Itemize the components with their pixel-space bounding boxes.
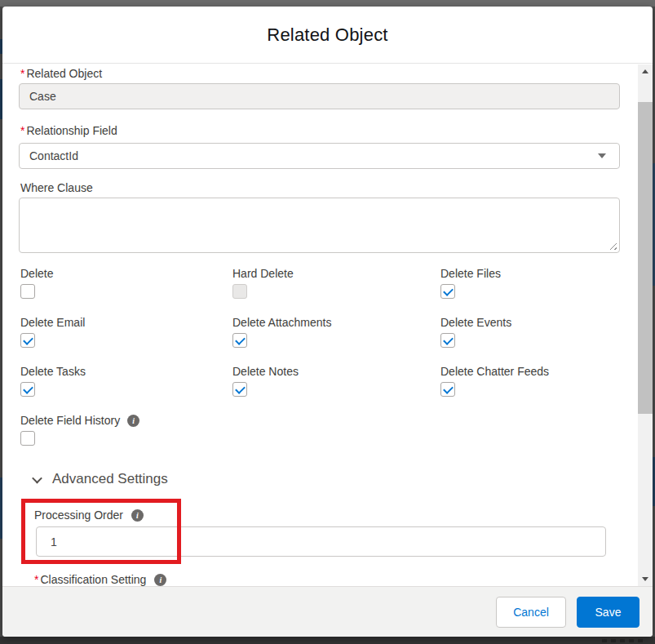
info-icon[interactable]: i — [127, 415, 139, 427]
checkbox-label: Delete Email — [20, 316, 85, 329]
advanced-settings-label: Advanced Settings — [52, 471, 168, 487]
info-icon[interactable]: i — [154, 574, 166, 586]
vertical-scrollbar[interactable] — [638, 64, 653, 586]
where-clause-label: Where Clause — [20, 181, 93, 194]
scroll-up-icon — [642, 69, 648, 73]
checkbox-label: Delete — [20, 267, 53, 280]
relationship-field-label: *Relationship Field — [20, 124, 117, 137]
checkbox-field-delete-events: Delete Events — [440, 316, 511, 329]
checkbox-field-delete-email: Delete Email — [20, 316, 85, 329]
checkbox-label: Delete Tasks — [20, 365, 86, 378]
checkbox-field-delete-attachments: Delete Attachments — [232, 316, 331, 329]
checkbox-field-hard-delete: Hard Delete — [232, 267, 294, 280]
advanced-settings-toggle[interactable]: Advanced Settings — [33, 471, 168, 487]
related-object-modal: Related Object *Related Object Case *Rel… — [2, 7, 653, 637]
processing-order-label: Processing Order i — [34, 509, 144, 522]
modal-body: *Related Object Case *Relationship Field… — [2, 64, 653, 586]
modal-footer: Cancel Save — [2, 586, 653, 637]
resize-grip-icon[interactable] — [609, 242, 617, 250]
relationship-field-value: ContactId — [29, 149, 78, 162]
checkbox-label: Delete Events — [440, 316, 511, 329]
chevron-down-icon — [32, 473, 42, 483]
delete-field-history-checkbox[interactable] — [20, 431, 35, 446]
checkbox-field-delete-tasks: Delete Tasks — [20, 365, 86, 378]
scrollbar-thumb[interactable] — [638, 102, 653, 414]
required-asterisk: * — [20, 124, 24, 137]
save-button[interactable]: Save — [577, 597, 640, 628]
related-object-label: *Related Object — [20, 67, 102, 80]
delete-email-checkbox[interactable] — [20, 333, 35, 348]
checkbox-field-delete-chatter-feeds: Delete Chatter Feeds — [440, 365, 549, 378]
delete-checkbox[interactable] — [20, 284, 35, 299]
checkbox-label: Delete Chatter Feeds — [440, 365, 549, 378]
scroll-down-icon — [642, 577, 648, 581]
processing-order-value: 1 — [51, 535, 57, 549]
checkbox-field-delete-notes: Delete Notes — [232, 365, 299, 378]
required-asterisk: * — [34, 573, 38, 586]
delete-notes-checkbox[interactable] — [232, 382, 247, 397]
checkbox-field-delete-field-history: Delete Field History i — [20, 414, 139, 427]
checkbox-label: Delete Field History i — [20, 414, 139, 427]
delete-events-checkbox[interactable] — [440, 333, 455, 348]
required-asterisk: * — [20, 67, 24, 80]
classification-setting-label: *Classification Setting i — [34, 573, 166, 586]
checkbox-label: Delete Notes — [232, 365, 299, 378]
delete-files-checkbox[interactable] — [440, 284, 455, 299]
scroll-down-button[interactable] — [638, 572, 653, 586]
info-icon[interactable]: i — [131, 509, 144, 522]
checkbox-label: Delete Files — [440, 267, 501, 280]
cancel-button[interactable]: Cancel — [496, 597, 566, 628]
hard-delete-checkbox — [232, 284, 247, 299]
checkbox-label: Delete Attachments — [232, 316, 331, 329]
checkbox-label: Hard Delete — [232, 267, 294, 280]
scroll-up-button[interactable] — [638, 64, 653, 78]
backdrop-artifact — [602, 639, 646, 642]
chevron-down-icon — [598, 153, 606, 158]
modal-title: Related Object — [267, 24, 387, 46]
backdrop-top — [0, 0, 655, 7]
processing-order-input[interactable]: 1 — [36, 526, 606, 557]
delete-attachments-checkbox[interactable] — [232, 333, 247, 348]
backdrop-bottom — [0, 637, 655, 644]
delete-chatter-feeds-checkbox[interactable] — [440, 382, 455, 397]
relationship-field-select[interactable]: ContactId — [19, 143, 620, 169]
delete-tasks-checkbox[interactable] — [20, 382, 35, 397]
screen: Related Object *Related Object Case *Rel… — [0, 0, 655, 644]
related-object-input: Case — [19, 83, 620, 109]
modal-header: Related Object — [2, 7, 653, 64]
where-clause-textarea[interactable] — [19, 198, 620, 253]
related-object-value: Case — [29, 90, 56, 103]
checkbox-field-delete: Delete — [20, 267, 53, 280]
checkbox-field-delete-files: Delete Files — [440, 267, 501, 280]
